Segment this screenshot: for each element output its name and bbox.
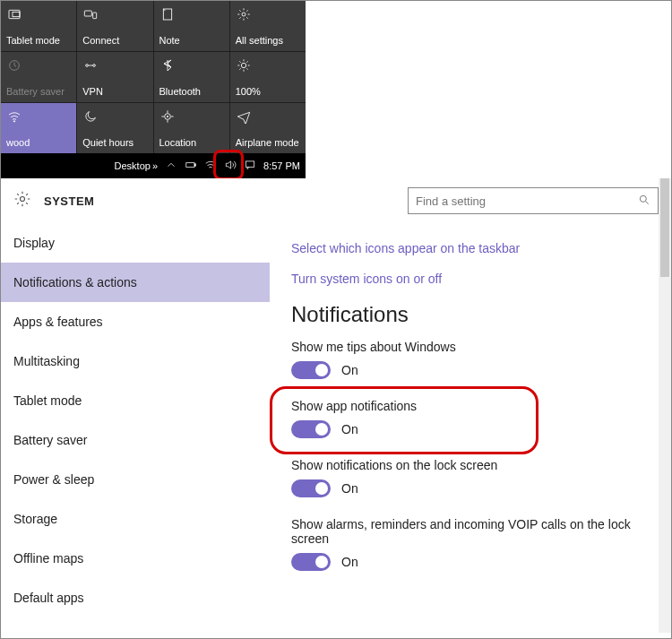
section-heading-notifications: Notifications <box>291 302 653 327</box>
svg-rect-13 <box>186 163 194 168</box>
settings-sidebar: Display Notifications & actions Apps & f… <box>1 223 270 633</box>
sidebar-item-label: Battery saver <box>13 433 87 447</box>
tile-label: All settings <box>236 35 300 46</box>
tile-network[interactable]: wood <box>1 103 76 153</box>
tile-label: Quiet hours <box>82 137 147 148</box>
option-lock-screen-notifications: Show notifications on the lock screen On <box>291 458 653 497</box>
sidebar-item-label: Apps & features <box>13 315 103 329</box>
tray-battery-icon[interactable] <box>185 159 197 173</box>
gear-icon <box>236 6 252 22</box>
sidebar-item-tablet-mode[interactable]: Tablet mode <box>1 381 270 420</box>
sidebar-item-apps-features[interactable]: Apps & features <box>1 302 270 341</box>
tile-label: VPN <box>82 86 147 97</box>
svg-point-5 <box>242 13 246 16</box>
sidebar-item-default-apps[interactable]: Default apps <box>1 578 270 617</box>
tile-airplane-mode[interactable]: Airplane mode <box>230 103 306 153</box>
battery-icon <box>6 57 22 73</box>
tile-label: Airplane mode <box>236 137 300 148</box>
tray-volume-icon[interactable] <box>224 159 237 173</box>
tray-action-center-icon[interactable] <box>244 159 256 173</box>
svg-rect-2 <box>85 11 92 16</box>
link-system-icons[interactable]: Turn system icons on or off <box>291 272 653 286</box>
sidebar-item-label: Default apps <box>13 591 84 605</box>
tile-label: Connect <box>82 35 147 46</box>
tile-tablet-mode[interactable]: Tablet mode <box>1 1 76 51</box>
toggle-state: On <box>341 481 358 496</box>
sidebar-item-label: Multitasking <box>13 354 80 368</box>
link-taskbar-icons[interactable]: Select which icons appear on the taskbar <box>291 241 653 255</box>
option-label: Show me tips about Windows <box>291 340 653 354</box>
chevron-right-icon: » <box>152 160 158 171</box>
option-label: Show app notifications <box>291 399 653 413</box>
sidebar-item-battery-saver[interactable]: Battery saver <box>1 420 270 460</box>
note-icon <box>159 6 176 22</box>
moon-icon <box>82 108 99 125</box>
settings-window: SYSTEM Display Notifications & actions A… <box>1 178 671 633</box>
tray-wifi-icon[interactable] <box>204 159 217 173</box>
tray-chevron-up-icon[interactable] <box>165 159 177 173</box>
option-label: Show alarms, reminders and incoming VOIP… <box>291 517 653 546</box>
toggle-state: On <box>341 363 358 377</box>
svg-point-8 <box>93 65 96 67</box>
toggle-show-tips[interactable] <box>291 361 331 379</box>
svg-rect-14 <box>194 164 195 166</box>
taskbar: Desktop » 8:57 PM <box>1 153 306 178</box>
sidebar-item-offline-maps[interactable]: Offline maps <box>1 539 270 578</box>
tile-bluetooth[interactable]: Bluetooth <box>154 52 229 102</box>
toggle-alarms-reminders-voip[interactable] <box>291 553 331 571</box>
tile-brightness[interactable]: 100% <box>230 52 306 102</box>
svg-point-10 <box>13 121 14 122</box>
sidebar-item-label: Tablet mode <box>13 393 82 408</box>
svg-rect-3 <box>93 13 97 19</box>
option-show-tips: Show me tips about Windows On <box>291 340 653 379</box>
sidebar-item-display[interactable]: Display <box>1 223 270 263</box>
tile-vpn[interactable]: VPN <box>77 52 152 102</box>
brightness-icon <box>236 57 252 73</box>
location-icon <box>159 108 176 125</box>
settings-header: SYSTEM <box>1 178 671 223</box>
sidebar-item-label: Notifications & actions <box>13 275 137 289</box>
desktop-label: Desktop <box>115 160 151 171</box>
svg-point-16 <box>21 197 25 202</box>
toggle-show-app-notifications[interactable] <box>291 420 331 438</box>
wifi-icon <box>6 108 22 125</box>
scrollbar-thumb[interactable] <box>660 178 669 277</box>
quick-action-grid: Tablet mode Connect Note All settings Ba… <box>1 1 306 153</box>
sidebar-item-notifications-actions[interactable]: Notifications & actions <box>1 263 270 302</box>
sidebar-item-storage[interactable]: Storage <box>1 499 270 539</box>
tile-location[interactable]: Location <box>154 103 229 153</box>
tile-connect[interactable]: Connect <box>77 1 152 51</box>
option-alarms-reminders-voip: Show alarms, reminders and incoming VOIP… <box>291 517 653 571</box>
tile-quiet-hours[interactable]: Quiet hours <box>77 103 152 153</box>
settings-main-pane: Select which icons appear on the taskbar… <box>270 223 671 633</box>
search-input[interactable] <box>416 194 638 208</box>
gear-icon <box>13 190 31 212</box>
taskbar-desktop-toolbar[interactable]: Desktop » <box>115 160 158 171</box>
svg-point-12 <box>167 116 168 117</box>
toggle-lock-screen-notifications[interactable] <box>291 479 331 497</box>
sidebar-item-label: Storage <box>13 512 57 526</box>
svg-point-7 <box>86 65 89 67</box>
tile-note[interactable]: Note <box>154 1 229 51</box>
sidebar-item-power-sleep[interactable]: Power & sleep <box>1 460 270 499</box>
tile-label: Location <box>159 137 224 148</box>
vertical-scrollbar[interactable] <box>659 178 671 633</box>
tray-clock[interactable]: 8:57 PM <box>263 160 300 171</box>
tablet-icon <box>6 6 22 22</box>
sidebar-item-label: Offline maps <box>13 551 83 566</box>
svg-point-17 <box>640 195 646 202</box>
tile-label: Bluetooth <box>159 86 224 97</box>
svg-rect-0 <box>9 10 20 18</box>
tile-label: 100% <box>236 86 300 97</box>
tile-label: wood <box>6 137 71 148</box>
sidebar-item-multitasking[interactable]: Multitasking <box>1 341 270 381</box>
tile-label: Tablet mode <box>6 35 71 46</box>
search-icon <box>638 194 650 209</box>
connect-icon <box>82 6 99 22</box>
settings-search[interactable] <box>408 187 659 214</box>
option-label: Show notifications on the lock screen <box>291 458 653 472</box>
sidebar-item-label: Display <box>13 236 55 250</box>
tile-all-settings[interactable]: All settings <box>230 1 306 51</box>
svg-rect-1 <box>13 12 20 16</box>
tile-battery-saver[interactable]: Battery saver <box>1 52 76 102</box>
